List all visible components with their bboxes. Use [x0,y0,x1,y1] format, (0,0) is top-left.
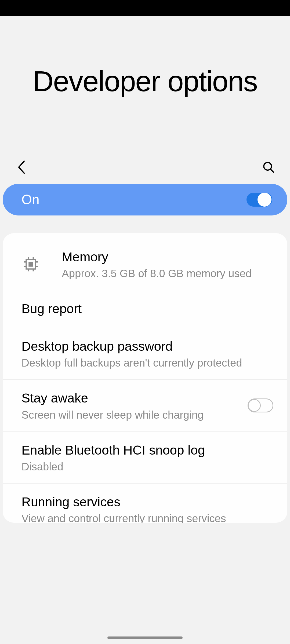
settings-list: Memory Approx. 3.5 GB of 8.0 GB memory u… [3,233,287,523]
svg-rect-3 [28,262,33,267]
row-subtitle: Desktop full backups aren't currently pr… [21,356,273,369]
switch-knob [248,399,261,412]
row-text: Bug report [21,301,273,317]
cpu-icon [21,255,48,274]
status-bar [0,0,290,16]
toolbar [0,165,290,184]
row-memory[interactable]: Memory Approx. 3.5 GB of 8.0 GB memory u… [3,239,287,290]
row-stay-awake[interactable]: Stay awake Screen will never sleep while… [3,380,287,431]
row-bug-report[interactable]: Bug report [3,290,287,328]
row-text: Stay awake Screen will never sleep while… [21,390,240,421]
row-title: Desktop backup password [21,338,273,355]
search-icon [263,160,274,174]
row-text: Desktop backup password Desktop full bac… [21,338,273,369]
stay-awake-switch[interactable] [248,398,273,412]
row-running-services[interactable]: Running services View and control curren… [3,484,287,523]
row-title: Bug report [21,301,273,317]
page-title: Developer options [0,64,290,98]
toggle-container [248,398,273,412]
master-toggle-label: On [21,192,39,207]
row-text: Memory Approx. 3.5 GB of 8.0 GB memory u… [62,249,273,280]
row-subtitle: Screen will never sleep while charging [21,408,240,421]
master-toggle-row[interactable]: On [3,184,287,215]
master-toggle-switch[interactable] [247,193,272,207]
search-button[interactable] [263,161,274,173]
row-title: Enable Bluetooth HCI snoop log [21,442,273,459]
row-subtitle: Approx. 3.5 GB of 8.0 GB memory used [62,267,273,280]
row-title: Memory [62,249,273,265]
chevron-left-icon [17,160,26,174]
svg-line-1 [271,169,274,172]
switch-knob [258,193,271,207]
row-text: Enable Bluetooth HCI snoop log Disabled [21,442,273,473]
row-text: Running services View and control curren… [21,494,273,523]
back-button[interactable] [16,161,27,173]
row-subtitle: Disabled [21,460,273,473]
row-subtitle: View and control currently running servi… [21,512,273,523]
row-desktop-backup[interactable]: Desktop backup password Desktop full bac… [3,328,287,380]
row-title: Stay awake [21,390,240,407]
row-title: Running services [21,494,273,510]
gesture-bar[interactable] [107,636,183,639]
row-bluetooth-hci[interactable]: Enable Bluetooth HCI snoop log Disabled [3,432,287,484]
header-area: Developer options [0,16,290,165]
